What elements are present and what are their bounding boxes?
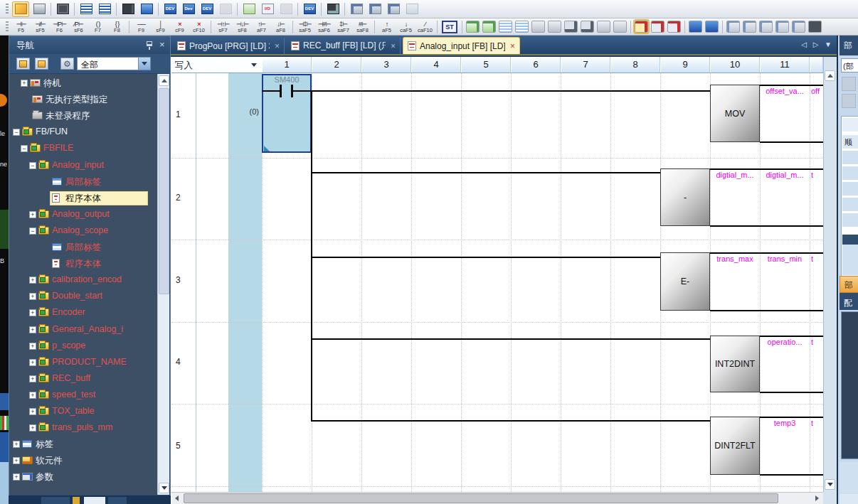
watch-view-icon[interactable]: [96, 1, 113, 17]
tree-expander-icon[interactable]: +: [29, 211, 36, 218]
tree-item-Double_start[interactable]: +Double_start: [9, 289, 170, 304]
element-list-row[interactable]: [842, 151, 858, 165]
tree-expander-icon[interactable]: +: [29, 293, 36, 300]
toolbar-grip[interactable]: [6, 4, 9, 15]
ladder-tool-sF9[interactable]: │sF9: [152, 19, 169, 34]
pin-icon[interactable]: [147, 41, 152, 46]
st-editor-button[interactable]: ST: [442, 21, 457, 33]
ladder-tool-F5[interactable]: ⊣⊢F5: [12, 19, 30, 34]
scroll-up-icon[interactable]: [825, 70, 835, 81]
tree-item-FB/FUN[interactable]: −FB/FUN: [9, 125, 170, 140]
element-list-row[interactable]: [842, 166, 858, 181]
tree-expander-icon[interactable]: −: [29, 227, 36, 235]
tree-filter-dropdown[interactable]: 全部: [77, 57, 151, 70]
ladder-tool-saF8[interactable]: #⊢saF8: [354, 19, 371, 34]
undo-icon[interactable]: [531, 21, 545, 33]
tab-scroll-arrows[interactable]: ◁ ▷ ▼: [801, 41, 834, 48]
instruction-block-E-[interactable]: E-: [660, 252, 710, 311]
pane-left-icon[interactable]: [726, 21, 740, 33]
tree-scroll-thumb[interactable]: [159, 88, 169, 294]
ladder-tool-aF8[interactable]: ↓⊢aF8: [272, 19, 290, 34]
ladder-tool-F6[interactable]: ⊣P⊢F6: [51, 19, 68, 34]
tree-item-p_scope[interactable]: +p_scope: [9, 339, 170, 354]
tree-expander-icon[interactable]: +: [29, 408, 36, 415]
tree-item-trans_puls_mm[interactable]: +trans_puls_mm: [9, 421, 170, 436]
tree-item-局部标签[interactable]: 局部标签: [9, 240, 170, 255]
tree-item-参数[interactable]: +参数: [9, 470, 170, 485]
tree-expander-icon[interactable]: −: [29, 162, 36, 169]
note-edit-icon[interactable]: [482, 21, 496, 33]
favorite-star-icon[interactable]: [842, 94, 856, 108]
pane-cols-icon[interactable]: [775, 21, 789, 33]
tree-expander-icon[interactable]: +: [29, 359, 36, 366]
ladder-tool-aF7[interactable]: ↑⊢aF7: [253, 19, 270, 34]
ladder-tool-F8[interactable]: { }F8: [108, 19, 126, 34]
tree-expander-icon[interactable]: +: [21, 80, 28, 87]
ladder-tool-saF6[interactable]: ⊣#⊢saF6: [315, 19, 333, 34]
window-cascade-icon[interactable]: [366, 1, 383, 17]
print-icon[interactable]: [31, 1, 48, 17]
tree-item-PRODUCT_NAME[interactable]: +PRODUCT_NAME: [9, 355, 170, 370]
instruction-block-INT2DINT[interactable]: INT2DINT: [710, 336, 760, 392]
pane-rows-icon[interactable]: [759, 21, 773, 33]
selected-cell[interactable]: [262, 74, 312, 153]
tree-item-Analog_input[interactable]: −Analog_input: [9, 159, 170, 173]
tree-expander-icon[interactable]: +: [13, 473, 20, 481]
ladder-editor[interactable]: 12345SM400(0)MOVoffset_va...off-digtial_…: [171, 73, 823, 492]
scroll-left-icon[interactable]: [171, 493, 182, 503]
tree-item-无执行类型指定[interactable]: 无执行类型指定: [9, 92, 170, 107]
tree-item-标签[interactable]: +标签: [9, 437, 170, 452]
pane-split-icon[interactable]: [792, 21, 805, 33]
element-tool-icon[interactable]: [842, 77, 856, 91]
ladder-tool-caF10[interactable]: ∕caF10: [416, 19, 434, 34]
close-icon[interactable]: ×: [159, 39, 165, 50]
tree-item-待机[interactable]: +待机: [9, 76, 170, 91]
tree-item-未登录程序[interactable]: 未登录程序: [9, 109, 170, 124]
tree-expander-icon[interactable]: +: [13, 457, 20, 464]
copy-docs-icon[interactable]: [548, 21, 561, 33]
tab-close-icon[interactable]: ×: [275, 41, 280, 51]
search-doc2-icon[interactable]: [581, 21, 594, 33]
hscroll-thumb[interactable]: [184, 493, 778, 503]
align-left-icon[interactable]: [597, 21, 610, 33]
ladder-tool-caF5[interactable]: ↓caF5: [397, 19, 415, 34]
tree-edit-icon[interactable]: [635, 21, 648, 33]
module-config-icon[interactable]: [54, 1, 71, 17]
tree-expander-icon[interactable]: +: [29, 343, 36, 350]
device-network-icon[interactable]: DEV: [198, 1, 216, 17]
write-red-icon[interactable]: [667, 21, 681, 33]
collapse-tree-icon[interactable]: [16, 58, 30, 70]
device-display-icon[interactable]: DEV: [301, 1, 318, 17]
find-red-icon[interactable]: [651, 21, 664, 33]
tree-item-speed_test[interactable]: +speed_test: [9, 388, 170, 403]
io-assign-icon[interactable]: I/O: [259, 1, 276, 17]
nav-bottom-tabs[interactable]: [9, 495, 171, 504]
tree-expander-icon[interactable]: +: [29, 424, 36, 431]
dock-list-icon[interactable]: [348, 1, 365, 17]
pane-right-icon[interactable]: [743, 21, 756, 33]
scroll-down-icon[interactable]: [159, 483, 169, 493]
instruction-block--[interactable]: -: [660, 168, 710, 226]
tree-item-局部标签[interactable]: 局部标签: [9, 175, 170, 190]
element-list-row[interactable]: [842, 213, 858, 227]
dev-find-icon[interactable]: [689, 21, 702, 33]
element-list-row[interactable]: [842, 198, 858, 212]
element-panel-tab[interactable]: 部: [840, 276, 858, 293]
toolbar-grip[interactable]: [6, 21, 9, 33]
device-memory-icon[interactable]: Dev: [180, 1, 197, 17]
ladder-tool-aF5[interactable]: ↑aF5: [378, 19, 396, 34]
find-icon[interactable]: [120, 1, 137, 17]
tree-item-程序本体[interactable]: 程序本体: [9, 257, 170, 272]
align-right-icon[interactable]: [613, 21, 627, 33]
tree-expander-icon[interactable]: −: [21, 145, 28, 152]
ladder-tool-F9[interactable]: ──F9: [132, 19, 150, 34]
navigation-window-icon[interactable]: [12, 1, 29, 17]
element-filter-combo[interactable]: (部: [841, 58, 858, 73]
ladder-tool-cF9[interactable]: ×cF9: [171, 19, 189, 34]
transfer-icon[interactable]: [277, 1, 295, 17]
tree-expander-icon[interactable]: +: [29, 309, 36, 316]
ladder-tool-saF7[interactable]: ‡⊢saF7: [334, 19, 352, 34]
device-table-icon[interactable]: [499, 21, 512, 33]
ladder-tool-F7[interactable]: ( )F7: [89, 19, 107, 34]
window-tile-icon[interactable]: [385, 1, 402, 17]
